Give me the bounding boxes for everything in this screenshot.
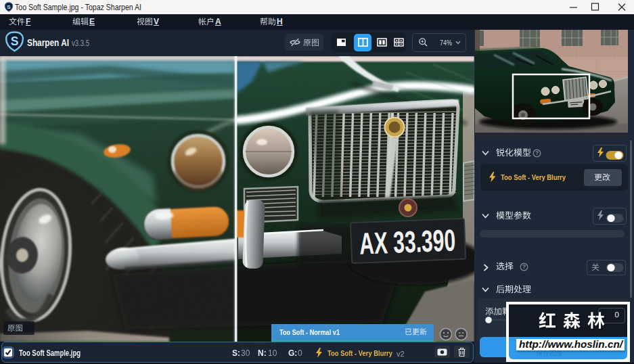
svg-text:G:: G:	[288, 348, 297, 358]
svg-text:74%: 74%	[440, 39, 452, 47]
svg-text:http://www.hoslin.cn/: http://www.hoslin.cn/	[519, 339, 624, 350]
svg-text:N:: N:	[258, 348, 267, 358]
svg-text:Too Soft - Very Blurry: Too Soft - Very Blurry	[501, 173, 566, 181]
svg-text:30: 30	[241, 348, 250, 358]
svg-text:Sharpen AI: Sharpen AI	[27, 37, 69, 48]
svg-text:v3.3.5: v3.3.5	[72, 39, 89, 48]
svg-text:Too Soft Sample.jpg: Too Soft Sample.jpg	[19, 348, 81, 358]
svg-text:10: 10	[268, 348, 277, 358]
svg-text:?: ?	[535, 150, 539, 156]
svg-text:S:: S:	[232, 348, 240, 358]
svg-text:S: S	[7, 4, 11, 10]
svg-text:Too Soft - Very Blurry: Too Soft - Very Blurry	[327, 349, 392, 357]
svg-text:Too Soft Sample.jpg - Topaz Sh: Too Soft Sample.jpg - Topaz Sharpen AI	[15, 2, 141, 12]
svg-text:?: ?	[522, 263, 526, 270]
svg-text:S: S	[11, 35, 19, 48]
svg-text:0: 0	[298, 348, 302, 358]
svg-text:v2: v2	[397, 349, 405, 357]
svg-text:Too Soft - Normal v1: Too Soft - Normal v1	[279, 328, 340, 336]
